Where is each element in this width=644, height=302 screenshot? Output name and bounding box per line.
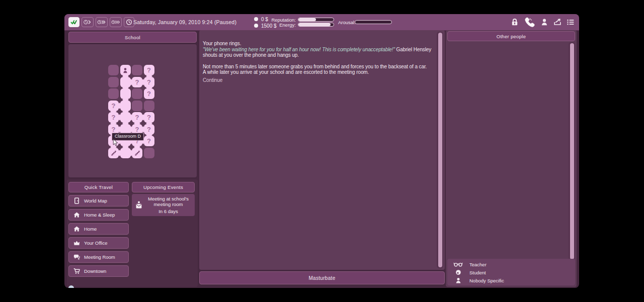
quick-travel-downtown[interactable]: Downtown bbox=[68, 265, 129, 277]
map-room[interactable] bbox=[120, 65, 131, 75]
story-paragraph: Not more than 5 minutes later someone gr… bbox=[203, 64, 432, 70]
location-title: School bbox=[68, 32, 197, 43]
question-mark: ? bbox=[135, 114, 139, 121]
stairs-icon bbox=[110, 149, 117, 156]
map-room[interactable]: ? bbox=[108, 100, 119, 111]
question-mark: ? bbox=[112, 103, 116, 109]
student-head-icon bbox=[453, 269, 463, 276]
arousal-bar bbox=[355, 20, 392, 24]
quick-travel-list: World MapHome & SleepHomeYour OfficeMeet… bbox=[68, 195, 129, 279]
actions-button[interactable] bbox=[553, 18, 562, 27]
story-paragraph: "We've been waiting here for you for hal… bbox=[203, 47, 432, 58]
story-paragraph: Your phone rings. bbox=[203, 41, 432, 47]
story-narration: A while later you arrive at your school … bbox=[203, 69, 369, 75]
contact-icon bbox=[540, 18, 549, 27]
map-room-unknown bbox=[108, 65, 119, 75]
map-room[interactable]: ? bbox=[144, 112, 154, 123]
legend-label: Student bbox=[469, 270, 486, 275]
crown-icon bbox=[73, 239, 80, 247]
wait-button[interactable] bbox=[124, 17, 134, 27]
map-room[interactable] bbox=[120, 100, 131, 111]
reputation-bar bbox=[298, 18, 334, 22]
map-room[interactable]: ? bbox=[144, 88, 154, 99]
advance-time-button[interactable] bbox=[82, 17, 94, 27]
map-room[interactable] bbox=[120, 148, 131, 158]
wait-clock-icon bbox=[125, 19, 133, 26]
upcoming-events-title: Upcoming Events bbox=[132, 182, 195, 192]
map-room[interactable] bbox=[120, 88, 131, 99]
confirm-check-icon bbox=[70, 19, 78, 26]
menu-list-icon bbox=[566, 18, 575, 27]
question-mark: ? bbox=[112, 126, 116, 133]
advance-time-fast-button[interactable] bbox=[96, 17, 108, 27]
event-title: Meeting at school's meeting room bbox=[144, 196, 193, 207]
quick-travel-home[interactable]: Home bbox=[68, 223, 129, 235]
menu-button[interactable] bbox=[566, 18, 575, 27]
quick-travel-meeting-room[interactable]: Meeting Room bbox=[68, 251, 129, 263]
time-skip-3x-icon bbox=[111, 19, 120, 26]
map-room[interactable]: ? bbox=[144, 124, 154, 135]
map-room[interactable] bbox=[108, 148, 119, 158]
lock-button[interactable] bbox=[510, 18, 519, 27]
top-right-buttons bbox=[510, 14, 575, 30]
continue-link[interactable]: Continue bbox=[203, 77, 222, 83]
event-card[interactable]: Meeting at school's meeting roomIn 6 day… bbox=[132, 194, 195, 216]
quick-travel-label: Meeting Room bbox=[84, 254, 115, 260]
map-room[interactable]: ? bbox=[132, 112, 142, 123]
map-room-unknown bbox=[144, 148, 154, 158]
story-dialogue: "We've been waiting here for you for hal… bbox=[203, 47, 396, 52]
time-skip-2x-icon bbox=[97, 19, 106, 26]
masturbate-button[interactable]: Masturbate bbox=[199, 271, 445, 284]
date-display: Saturday, January 09, 2010 9:24 (Paused) bbox=[133, 14, 236, 30]
map-room[interactable] bbox=[132, 148, 142, 158]
story-panel: Your phone rings."We've been waiting her… bbox=[199, 30, 445, 270]
top-bar: Saturday, January 09, 2010 9:24 (Paused)… bbox=[64, 14, 579, 31]
home-icon bbox=[73, 211, 80, 219]
map-room[interactable] bbox=[120, 112, 131, 123]
map-room-unknown bbox=[108, 88, 119, 99]
quick-travel-label: Home & Sleep bbox=[84, 212, 115, 218]
upcoming-events-list: Meeting at school's meeting roomIn 6 day… bbox=[132, 194, 195, 216]
map-room[interactable] bbox=[120, 77, 131, 87]
screen: Saturday, January 09, 2010 9:24 (Paused)… bbox=[0, 0, 644, 302]
energy-bar bbox=[298, 23, 334, 27]
phone-button[interactable] bbox=[523, 16, 536, 29]
quick-travel-label: Downtown bbox=[84, 268, 106, 274]
quick-travel-world-map[interactable]: World Map bbox=[68, 195, 129, 207]
people-legend: TeacherStudentNobody Specific bbox=[447, 259, 575, 285]
map-room[interactable]: ? bbox=[132, 77, 142, 87]
question-mark: ? bbox=[147, 79, 151, 85]
people-scrollbar bbox=[569, 42, 575, 260]
question-mark: ? bbox=[147, 126, 151, 133]
people-scrollbar-thumb[interactable] bbox=[570, 43, 574, 259]
quick-travel-your-office[interactable]: Your Office bbox=[68, 237, 129, 249]
confirm-button[interactable] bbox=[68, 17, 79, 27]
map-room-unknown bbox=[108, 77, 119, 87]
time-skip-1x-icon bbox=[83, 19, 92, 26]
map-room[interactable]: ? bbox=[144, 77, 154, 87]
question-mark: ? bbox=[147, 90, 151, 97]
cart-icon bbox=[73, 267, 80, 275]
notification-dot bbox=[68, 285, 74, 288]
story-scrollbar-thumb[interactable] bbox=[438, 33, 442, 267]
legend-teacher: Teacher bbox=[447, 260, 575, 268]
event-countdown: In 6 days bbox=[144, 209, 193, 214]
map-room[interactable]: ? bbox=[108, 112, 119, 123]
quick-travel-home-sleep[interactable]: Home & Sleep bbox=[68, 209, 129, 221]
question-mark: ? bbox=[147, 114, 151, 121]
question-mark: ? bbox=[135, 126, 139, 133]
question-mark: ? bbox=[112, 114, 116, 121]
legend-label: Teacher bbox=[469, 262, 487, 267]
energy-label: Energy: bbox=[265, 22, 296, 28]
legend-student: Student bbox=[447, 268, 575, 276]
game-window: Saturday, January 09, 2010 9:24 (Paused)… bbox=[64, 14, 579, 288]
stairs-icon bbox=[134, 149, 141, 156]
other-people-title: Other people bbox=[447, 31, 575, 41]
mouse-cursor-icon bbox=[113, 139, 119, 147]
advance-time-fastest-button[interactable] bbox=[110, 17, 122, 27]
question-mark: ? bbox=[147, 138, 151, 144]
map-room-unknown bbox=[144, 100, 154, 111]
map-room[interactable]: ? bbox=[144, 136, 154, 146]
map-room[interactable]: ? bbox=[144, 65, 154, 75]
contacts-button[interactable] bbox=[540, 18, 549, 27]
